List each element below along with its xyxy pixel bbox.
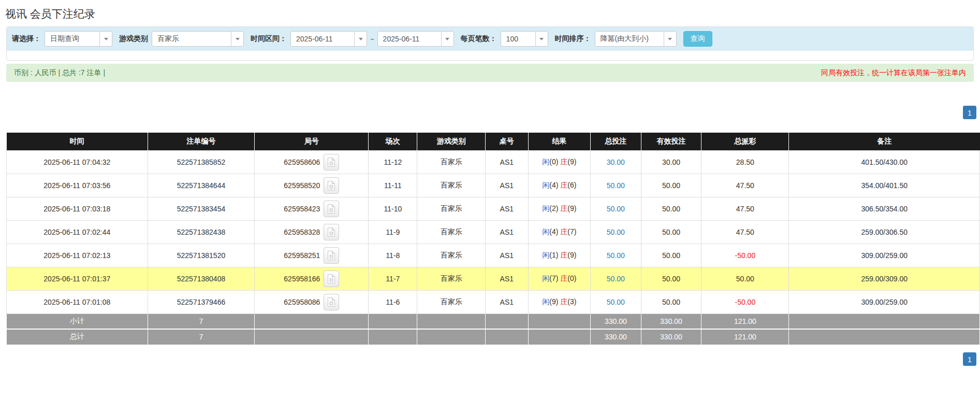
date-to-select[interactable]: 2025-06-11	[377, 31, 454, 47]
cell-payout: 50.00	[701, 267, 789, 290]
video-replay-button[interactable]	[324, 224, 339, 240]
chevron-down-icon[interactable]	[231, 32, 243, 46]
filter-panel-body	[7, 51, 973, 60]
cell-time: 2025-06-11 07:03:18	[7, 197, 148, 220]
total-bet-link[interactable]: 50.00	[607, 298, 625, 306]
video-replay-button[interactable]	[324, 201, 339, 217]
cell-time: 2025-06-11 07:03:56	[7, 174, 148, 197]
cell-game-type: 百家乐	[417, 174, 486, 197]
round-number: 625958423	[284, 205, 320, 213]
total-bet-link[interactable]: 50.00	[607, 275, 625, 283]
banker-result: 庄	[560, 251, 567, 259]
game-type-value: 百家乐	[152, 32, 231, 46]
cell-table-number: AS1	[485, 290, 528, 314]
video-replay-button[interactable]	[324, 154, 339, 170]
film-file-icon	[327, 297, 336, 307]
column-header: 注单编号	[148, 133, 255, 150]
cell-time: 2025-06-11 07:02:13	[7, 244, 148, 267]
round-number: 625958520	[284, 181, 320, 190]
cell-bet-number: 522571383454	[148, 197, 255, 220]
table-row: 2025-06-11 07:03:18522571383454625958423…	[7, 197, 980, 220]
film-file-icon	[327, 250, 336, 261]
game-type-select[interactable]: 百家乐	[152, 31, 244, 47]
cell-valid-bet: 50.00	[641, 174, 701, 197]
column-header: 总投注	[590, 133, 641, 150]
subtotal-payout: 121.00	[701, 314, 789, 329]
filter-panel: 请选择： 日期查询 游戏类别 百家乐 时间区间： 2025-06-11 ~ 20…	[6, 26, 974, 61]
table-body: 2025-06-11 07:04:32522571385852625958606…	[7, 150, 980, 314]
cell-session: 11-7	[369, 267, 417, 290]
chevron-down-icon[interactable]	[441, 32, 454, 46]
empty-cell	[485, 329, 528, 345]
page-1-button[interactable]: 1	[963, 352, 976, 366]
total-payout: 121.00	[701, 329, 789, 345]
cell-bet-number: 522571385852	[148, 150, 255, 174]
player-result: 闲	[542, 297, 549, 306]
empty-cell	[255, 314, 369, 329]
video-replay-button[interactable]	[324, 270, 339, 287]
cell-valid-bet: 50.00	[641, 244, 701, 267]
summary-bar: 币别 : 人民币 | 总共 :7 注单 | 同局有效投注，统一计算在该局第一张注…	[6, 64, 974, 82]
pagination-bottom: 1	[0, 352, 980, 366]
total-bet-link[interactable]: 50.00	[607, 228, 625, 236]
empty-cell	[528, 314, 590, 329]
page-size-select[interactable]: 100	[501, 31, 548, 47]
empty-cell	[255, 329, 369, 345]
subtotal-count: 7	[148, 314, 255, 329]
query-type-value: 日期查询	[45, 32, 99, 46]
chevron-down-icon[interactable]	[664, 32, 676, 46]
table-row: 2025-06-11 07:02:44522571382438625958328…	[7, 220, 980, 244]
video-replay-button[interactable]	[324, 177, 339, 194]
film-file-icon	[327, 180, 336, 191]
cell-table-number: AS1	[485, 244, 528, 267]
chevron-down-icon[interactable]	[99, 32, 112, 46]
empty-cell	[789, 314, 980, 329]
banker-result: 庄	[560, 204, 567, 212]
total-bet-link[interactable]: 50.00	[607, 251, 625, 260]
cell-remark: 309.00/259.00	[789, 290, 980, 314]
cell-result: 闲(2) 庄(9)	[528, 197, 590, 220]
query-type-select[interactable]: 日期查询	[45, 31, 112, 47]
bet-records-table: 时间注单编号局号场次游戏类别桌号结果总投注有效投注总派彩备注 2025-06-1…	[6, 133, 980, 345]
cell-bet-number: 522571384644	[148, 174, 255, 197]
cell-valid-bet: 50.00	[641, 220, 701, 244]
chevron-down-icon[interactable]	[354, 32, 367, 46]
cell-valid-bet: 50.00	[641, 290, 701, 314]
total-bet-link[interactable]: 50.00	[607, 205, 625, 213]
cell-round-number: 625958328	[255, 220, 369, 244]
video-replay-button[interactable]	[324, 294, 339, 310]
total-count: 7	[148, 329, 255, 345]
cell-session: 11-8	[369, 244, 417, 267]
cell-total-bet: 30.00	[590, 150, 641, 174]
page-size-label: 每页笔数：	[461, 34, 497, 44]
cell-remark: 259.00/306.50	[789, 220, 980, 244]
query-type-label: 请选择：	[12, 34, 41, 44]
table-row: 2025-06-11 07:01:08522571379466625958086…	[7, 290, 980, 314]
cell-session: 11-11	[369, 174, 417, 197]
query-button[interactable]: 查询	[683, 31, 712, 47]
video-replay-button[interactable]	[324, 247, 339, 264]
chevron-down-icon[interactable]	[535, 32, 548, 46]
banker-result: 庄	[560, 227, 567, 236]
cell-round-number: 625958520	[255, 174, 369, 197]
cell-total-bet: 50.00	[590, 267, 641, 290]
cell-payout: 28.50	[701, 150, 789, 174]
time-sort-select[interactable]: 降冪(由大到小)	[595, 31, 677, 47]
date-from-select[interactable]: 2025-06-11	[290, 31, 367, 47]
cell-table-number: AS1	[485, 174, 528, 197]
column-header: 时间	[7, 133, 148, 150]
cell-total-bet: 50.00	[590, 220, 641, 244]
payout-value: 47.50	[736, 205, 754, 213]
payout-value: -50.00	[735, 298, 756, 306]
total-bet-link[interactable]: 30.00	[607, 158, 625, 166]
page-1-button[interactable]: 1	[963, 106, 976, 119]
film-file-icon	[327, 204, 336, 214]
payout-value: 50.00	[736, 275, 754, 283]
cell-bet-number: 522571380408	[148, 267, 255, 290]
subtotal-total-bet: 330.00	[590, 314, 641, 329]
cell-table-number: AS1	[485, 267, 528, 290]
cell-game-type: 百家乐	[417, 220, 486, 244]
date-range-separator: ~	[370, 35, 374, 43]
total-bet-link[interactable]: 50.00	[607, 181, 625, 190]
cell-game-type: 百家乐	[417, 197, 486, 220]
